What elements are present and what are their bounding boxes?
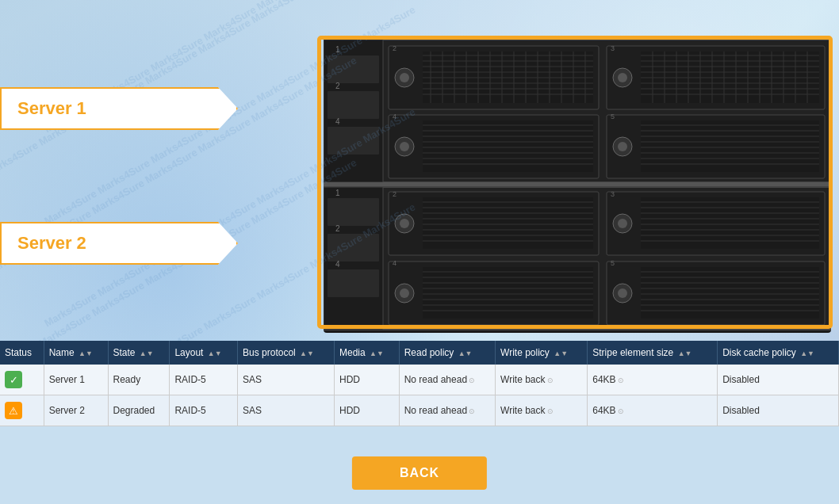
col-header-write-policy: Write policy ▲▼: [496, 341, 588, 365]
sort-icon-stripe: ▲▼: [678, 349, 692, 357]
svg-text:5: 5: [611, 113, 615, 120]
sort-icon-bus: ▲▼: [300, 349, 314, 357]
svg-rect-5: [328, 127, 379, 155]
svg-rect-92: [328, 198, 379, 226]
cell-media: HDD: [335, 395, 400, 426]
table-row: ⚠Server 2DegradedRAID-5SASHDDNo read ahe…: [0, 395, 839, 426]
svg-text:3: 3: [611, 190, 615, 198]
cell-sort-icon: ⊙: [547, 376, 554, 384]
col-header-name: Name ▲▼: [44, 341, 108, 365]
server-1-label: Server 1: [0, 87, 238, 130]
svg-text:4: 4: [335, 260, 340, 269]
sort-icon-disk-cache: ▲▼: [800, 349, 814, 357]
table-header-row: Status Name ▲▼ State ▲▼ Layout ▲▼ Bus pr…: [0, 341, 839, 365]
table-container: Status Name ▲▼ State ▲▼ Layout ▲▼ Bus pr…: [0, 341, 839, 426]
col-header-status: Status: [0, 341, 44, 365]
svg-point-139: [618, 288, 627, 298]
svg-point-126: [400, 288, 409, 298]
cell-layout: RAID-5: [170, 365, 238, 395]
server-2-label: Server 2: [0, 222, 238, 265]
svg-text:3: 3: [611, 44, 615, 52]
cell-read-policy: No read ahead ⊙: [399, 365, 495, 395]
cell-bus-protocol: SAS: [238, 365, 335, 395]
server-2-text: Server 2: [17, 233, 86, 253]
table-row: ✓Server 1ReadyRAID-5SASHDDNo read ahead …: [0, 365, 839, 395]
cell-state: Ready: [108, 365, 170, 395]
server-image: 1 2 4: [300, 24, 839, 309]
server-table: Status Name ▲▼ State ▲▼ Layout ▲▼ Bus pr…: [0, 341, 839, 426]
svg-rect-93: [328, 234, 379, 262]
sort-icon-media: ▲▼: [370, 349, 384, 357]
cell-sort-icon: ⊙: [547, 407, 554, 415]
col-header-layout: Layout ▲▼: [170, 341, 238, 365]
server-1-text: Server 1: [17, 98, 86, 118]
svg-text:2: 2: [335, 224, 340, 233]
svg-point-65: [400, 142, 409, 151]
col-header-state: State ▲▼: [108, 341, 170, 365]
sort-icon-state: ▲▼: [140, 349, 154, 357]
cell-disk-cache-policy: Disabled: [718, 365, 839, 395]
cell-stripe-element-size: 64KB ⊙: [588, 395, 718, 426]
svg-text:2: 2: [335, 82, 340, 90]
cell-status: ✓: [0, 365, 44, 395]
cell-name: Server 1: [44, 365, 108, 395]
status-ok-icon: ✓: [5, 371, 22, 388]
cell-sort-icon: ⊙: [469, 376, 475, 384]
cell-sort-icon: ⊙: [618, 407, 624, 415]
sort-icon-write: ▲▼: [554, 349, 568, 357]
cell-status: ⚠: [0, 395, 44, 426]
col-header-bus-protocol: Bus protocol ▲▼: [238, 341, 335, 365]
sort-icon-layout: ▲▼: [208, 349, 222, 357]
svg-point-11: [400, 73, 409, 82]
cell-stripe-element-size: 64KB ⊙: [588, 365, 718, 395]
svg-text:2: 2: [393, 190, 397, 198]
cell-media: HDD: [335, 365, 400, 395]
svg-text:2: 2: [393, 44, 397, 52]
cell-layout: RAID-5: [170, 395, 238, 426]
status-warn-icon: ⚠: [5, 402, 22, 419]
svg-point-113: [618, 219, 627, 228]
cell-read-policy: No read ahead ⊙: [399, 395, 495, 426]
col-header-disk-cache: Disk cache policy ▲▼: [718, 341, 839, 365]
svg-text:5: 5: [611, 259, 615, 267]
col-header-stripe: Stripe element size ▲▼: [588, 341, 718, 365]
cell-write-policy: Write back ⊙: [496, 395, 588, 426]
svg-rect-4: [328, 91, 379, 119]
cell-write-policy: Write back ⊙: [496, 365, 588, 395]
cell-sort-icon: ⊙: [618, 376, 624, 384]
svg-rect-3: [328, 55, 379, 83]
back-button-area: back: [352, 456, 487, 490]
cell-name: Server 2: [44, 395, 108, 426]
svg-text:1: 1: [335, 45, 340, 54]
svg-point-78: [618, 142, 627, 151]
svg-text:1: 1: [335, 189, 340, 197]
bottom-section: Status Name ▲▼ State ▲▼ Layout ▲▼ Bus pr…: [0, 341, 839, 426]
top-section: Marks4Sure Marks4Sure Marks4Sure Marks4S…: [0, 0, 839, 341]
svg-text:4: 4: [393, 113, 397, 120]
svg-point-38: [618, 73, 627, 82]
svg-text:4: 4: [393, 259, 397, 267]
svg-text:4: 4: [335, 117, 340, 126]
sort-icon-read: ▲▼: [458, 349, 473, 357]
cell-sort-icon: ⊙: [469, 407, 475, 415]
col-header-media: Media ▲▼: [335, 341, 400, 365]
col-header-read-policy: Read policy ▲▼: [399, 341, 495, 365]
cell-disk-cache-policy: Disabled: [718, 395, 839, 426]
back-button[interactable]: back: [352, 456, 487, 490]
svg-rect-94: [328, 269, 379, 297]
cell-state: Degraded: [108, 395, 170, 426]
svg-point-100: [400, 219, 409, 228]
cell-bus-protocol: SAS: [238, 395, 335, 426]
sort-icon-name: ▲▼: [79, 349, 93, 357]
